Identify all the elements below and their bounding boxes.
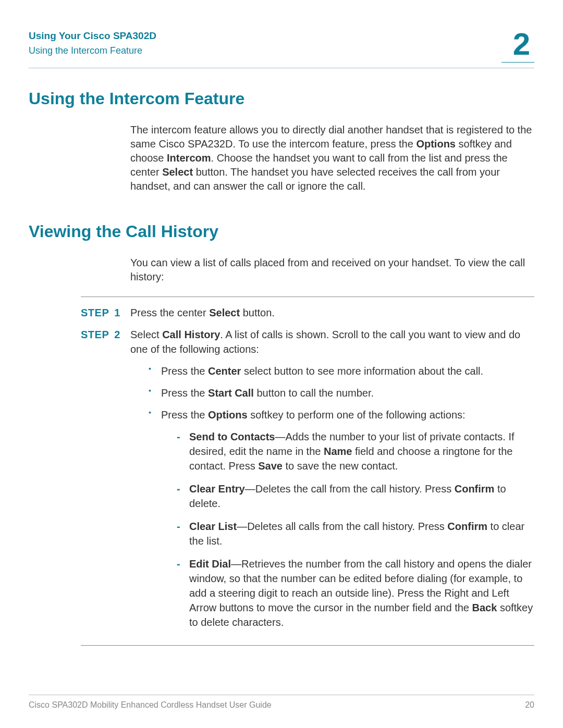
footer-rule — [29, 695, 534, 695]
bullet-list: Press the Center select button to see mo… — [130, 364, 534, 630]
list-item: Press the Center select button to see mo… — [149, 364, 534, 378]
list-item: Clear Entry—Deletes the call from the ca… — [177, 482, 534, 511]
step-text: Select Call History. A list of calls is … — [130, 327, 534, 638]
list-item: Press the Options softkey to perform one… — [149, 408, 534, 630]
step-row: STEP2Select Call History. A list of call… — [81, 327, 534, 638]
sub-list: Send to Contacts—Adds the number to your… — [161, 429, 534, 630]
chapter-number: 2 — [501, 29, 534, 63]
step-text: Press the center Select button. — [130, 305, 534, 320]
list-item: Clear List—Deletes all calls from the ca… — [177, 519, 534, 548]
page-footer: Cisco SPA302D Mobility Enhanced Cordless… — [29, 695, 534, 710]
call-history-intro: You can view a list of calls placed from… — [130, 256, 534, 284]
list-item: Press the Start Call button to call the … — [149, 386, 534, 400]
section-heading-call-history: Viewing the Call History — [29, 222, 534, 241]
footer-guide-title: Cisco SPA302D Mobility Enhanced Cordless… — [29, 700, 272, 710]
steps-container: STEP1Press the center Select button.STEP… — [81, 289, 534, 654]
section-heading-intercom: Using the Intercom Feature — [29, 89, 534, 108]
steps-bottom-rule — [81, 645, 534, 646]
list-item: Edit Dial—Retrieves the number from the … — [177, 557, 534, 630]
intercom-paragraph: The intercom feature allows you to direc… — [130, 123, 534, 193]
footer-page-number: 20 — [525, 700, 534, 710]
step-label: STEP2 — [81, 327, 130, 638]
steps-top-rule — [81, 297, 534, 297]
step-label: STEP1 — [81, 305, 130, 320]
header-rule — [29, 68, 534, 68]
list-item: Send to Contacts—Adds the number to your… — [177, 429, 534, 473]
header-subtitle: Using the Intercom Feature — [29, 44, 156, 58]
step-row: STEP1Press the center Select button. — [81, 305, 534, 320]
header-title: Using Your Cisco SPA302D — [29, 29, 156, 44]
page-header: Using Your Cisco SPA302D Using the Inter… — [29, 29, 534, 63]
